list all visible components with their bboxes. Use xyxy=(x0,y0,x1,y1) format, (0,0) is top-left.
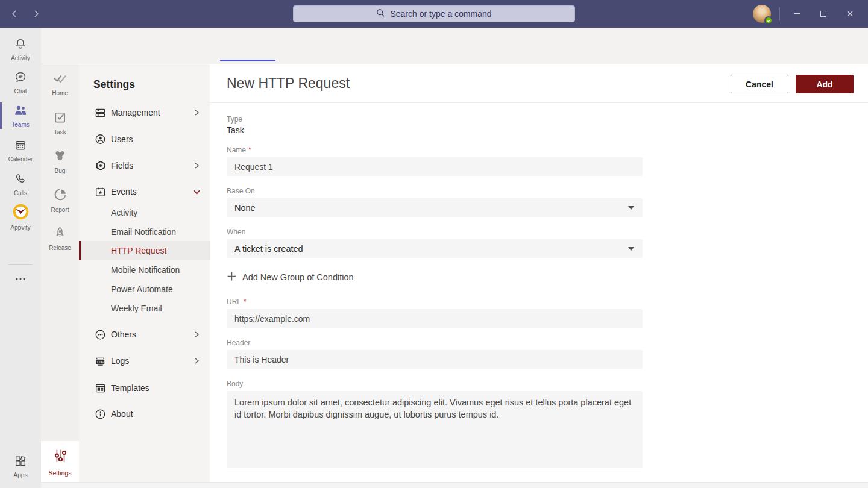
channel-header: Project Dragon Posts Files Appvity eTask… xyxy=(41,28,868,64)
search-icon xyxy=(376,8,385,19)
nav-item-about[interactable]: About xyxy=(79,404,210,424)
nav-item-label: Users xyxy=(111,134,133,144)
chevron-right-icon xyxy=(192,356,201,366)
module-item-label: Release xyxy=(49,245,71,251)
nav-item-templates[interactable]: Templates xyxy=(79,378,210,398)
nav-item-label: Weekly Email xyxy=(111,304,162,313)
users-icon xyxy=(95,134,106,145)
home-checkmarks-icon xyxy=(52,71,68,87)
nav-item-logs[interactable]: LOG Logs xyxy=(79,351,210,371)
plus-icon xyxy=(227,271,237,283)
rail-item-label: Apps xyxy=(14,472,28,478)
app-rail: Activity Chat Teams Calender Calls xyxy=(0,28,41,488)
sidebar-item-apps[interactable]: Apps xyxy=(0,454,41,478)
http-request-form-panel: New HTTP Request Cancel Add Type Task Na… xyxy=(210,64,868,488)
rail-item-label: Appvity xyxy=(11,224,31,231)
titlebar: Search or type a command ✕ xyxy=(0,0,868,28)
body-label: Body xyxy=(227,380,243,388)
bell-icon xyxy=(14,37,27,53)
sidebar-item-activity[interactable]: Activity xyxy=(0,37,41,61)
name-label: Name* xyxy=(227,146,251,154)
calendar-icon xyxy=(14,139,27,154)
url-label: URL* xyxy=(227,298,247,306)
base-on-label: Base On xyxy=(227,187,255,195)
bottom-strip xyxy=(41,482,868,488)
active-tab-underline xyxy=(220,60,275,61)
sidebar-item-calls[interactable]: Calls xyxy=(0,172,41,196)
cancel-button[interactable]: Cancel xyxy=(731,75,788,93)
nav-subitem-mobile-notification[interactable]: Mobile Notification xyxy=(79,260,210,280)
phone-icon xyxy=(14,172,27,188)
when-dropdown[interactable]: A ticket is created xyxy=(227,239,643,258)
chevron-right-icon xyxy=(192,330,201,339)
more-apps-icon[interactable] xyxy=(0,276,41,282)
add-button[interactable]: Add xyxy=(796,75,854,93)
svg-text:LOG: LOG xyxy=(97,360,104,363)
bug-icon xyxy=(53,149,67,165)
nav-subitem-weekly-email[interactable]: Weekly Email xyxy=(79,299,210,318)
name-input[interactable] xyxy=(227,157,643,176)
nav-item-label: Activity xyxy=(111,208,137,217)
nav-item-label: Mobile Notification xyxy=(111,265,180,275)
nav-subitem-activity[interactable]: Activity xyxy=(79,203,210,222)
type-value: Task xyxy=(227,125,244,135)
url-input[interactable] xyxy=(227,309,643,328)
caret-down-icon xyxy=(628,247,634,251)
rail-item-label: Activity xyxy=(11,55,30,61)
maximize-button[interactable] xyxy=(810,0,837,28)
minimize-button[interactable] xyxy=(784,0,810,28)
when-label: When xyxy=(227,228,245,236)
nav-item-fields[interactable]: Fields xyxy=(79,155,210,176)
required-asterisk: * xyxy=(248,146,251,154)
caret-down-icon xyxy=(628,206,634,210)
avatar[interactable] xyxy=(753,5,771,23)
nav-subitem-email-notification[interactable]: Email Notification xyxy=(79,222,210,242)
close-button[interactable]: ✕ xyxy=(837,0,863,28)
about-info-icon xyxy=(95,408,106,420)
sidebar-item-teams[interactable]: Teams xyxy=(0,104,41,128)
type-label: Type xyxy=(227,115,242,124)
settings-sliders-icon xyxy=(51,447,69,468)
task-checkbox-icon xyxy=(53,110,68,127)
header-label: Header xyxy=(227,339,250,347)
nav-subitem-power-automate[interactable]: Power Automate xyxy=(79,280,210,299)
nav-item-users[interactable]: Users xyxy=(79,129,210,149)
nav-item-management[interactable]: Management xyxy=(79,102,210,123)
header-input[interactable] xyxy=(227,350,643,369)
module-item-task[interactable]: Task xyxy=(41,110,79,136)
rail-item-label: Calender xyxy=(8,156,33,163)
appvity-logo xyxy=(13,204,29,222)
module-item-report[interactable]: Report xyxy=(41,187,79,213)
nav-item-others[interactable]: Others xyxy=(79,324,210,345)
active-rail-indicator xyxy=(0,102,2,129)
sidebar-item-chat[interactable]: Chat xyxy=(0,70,41,95)
forward-arrow-icon[interactable] xyxy=(29,7,43,21)
rail-item-label: Chat xyxy=(14,88,27,95)
search-input[interactable]: Search or type a command xyxy=(293,5,575,22)
when-value: A ticket is created xyxy=(234,244,303,254)
sidebar-item-calendar[interactable]: Calender xyxy=(0,139,41,163)
fields-icon xyxy=(95,160,106,172)
sidebar-item-appvity[interactable]: Appvity xyxy=(0,204,41,231)
nav-item-label: Fields xyxy=(111,161,133,170)
logs-icon: LOG xyxy=(95,355,106,367)
base-on-dropdown[interactable]: None xyxy=(227,198,643,217)
back-arrow-icon[interactable] xyxy=(7,7,22,21)
module-item-label: Task xyxy=(54,129,66,136)
events-calendar-icon xyxy=(95,186,106,198)
nav-item-label: Email Notification xyxy=(111,227,176,237)
module-item-bug[interactable]: Bug xyxy=(41,149,79,174)
page-title: New HTTP Request xyxy=(227,75,350,92)
module-item-label: Bug xyxy=(55,167,66,174)
body-textarea[interactable]: Lorem ipsum dolor sit amet, consectetur … xyxy=(227,391,643,468)
add-condition-group-button[interactable]: Add New Group of Condition xyxy=(227,271,354,283)
report-pie-icon xyxy=(53,187,68,204)
nav-subitem-http-request[interactable]: HTTP Request xyxy=(79,241,210,260)
module-item-home[interactable]: Home xyxy=(41,71,79,96)
management-icon xyxy=(95,107,106,119)
nav-item-events[interactable]: Events xyxy=(79,181,210,202)
etask-module-rail: Home Task Bug Report Release xyxy=(41,64,79,488)
teams-window: Search or type a command ✕ Project Drago… xyxy=(0,0,868,488)
module-item-release[interactable]: Release xyxy=(41,226,79,251)
module-item-settings[interactable]: Settings xyxy=(41,441,79,482)
